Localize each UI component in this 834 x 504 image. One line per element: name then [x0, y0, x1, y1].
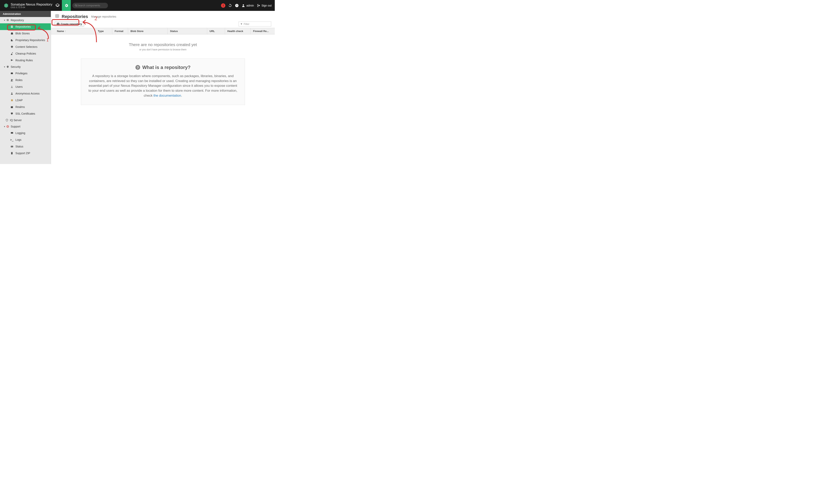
sidebar-header: Administration	[0, 11, 51, 17]
broom-icon	[10, 52, 14, 55]
nav-item-repositories[interactable]: Repositories	[0, 23, 51, 30]
shield-outline-icon	[5, 119, 9, 122]
heartbeat-icon	[10, 145, 14, 148]
nav-section-security[interactable]: ▼ Security	[0, 64, 51, 70]
nav-item-iq-server[interactable]: IQ Server	[0, 117, 51, 123]
nav-item-ssl-certificates[interactable]: SSL Certificates	[0, 110, 51, 117]
layers-icon	[10, 45, 14, 48]
create-repository-button[interactable]: + Create repository	[54, 21, 84, 27]
database-icon	[54, 14, 60, 19]
page-subtitle: Manage repositories	[91, 15, 116, 18]
svg-text:?: ?	[236, 4, 238, 7]
filter-icon	[240, 23, 243, 25]
help-button[interactable]: ?	[235, 4, 239, 7]
refresh-button[interactable]	[228, 4, 232, 7]
col-header-status[interactable]: Status	[168, 28, 207, 34]
sign-out-label: Sign out	[262, 4, 271, 7]
col-header-blob-store[interactable]: Blob Store	[128, 28, 168, 34]
sign-out-button[interactable]: Sign out	[257, 4, 271, 7]
top-bar: Sonatype Nexus Repository OSS 3.72.0-04 …	[0, 0, 275, 11]
terminal-icon: >_	[10, 138, 14, 141]
route-icon	[10, 59, 14, 62]
sidebar: Administration ▼ Repository Repositories	[0, 11, 51, 164]
svg-point-13	[7, 126, 8, 127]
svg-point-9	[12, 86, 13, 87]
nav-item-privileges[interactable]: Privileges	[0, 70, 51, 77]
filter-input[interactable]	[244, 23, 269, 25]
chevron-down-icon: ▼	[4, 19, 6, 21]
user-icon	[242, 4, 245, 7]
main-panel: Repositories Manage repositories + Creat…	[51, 11, 275, 164]
filter-box[interactable]	[239, 22, 271, 26]
server-icon	[10, 25, 14, 28]
col-header-health-check[interactable]: Health check	[225, 28, 251, 34]
nav-item-proprietary-repositories[interactable]: Proprietary Repositories	[0, 37, 51, 43]
search-box[interactable]	[72, 3, 108, 8]
shield-icon	[6, 65, 9, 68]
id-card-icon	[10, 72, 14, 75]
life-ring-icon	[6, 125, 9, 128]
top-right-tools: ! ? admin Sign out	[221, 3, 273, 8]
product-name: Sonatype Nexus Repository	[11, 3, 52, 6]
nav-item-logging[interactable]: Logging	[0, 130, 51, 136]
col-header-firewall[interactable]: Firewall Re...	[251, 28, 275, 34]
nav-item-content-selectors[interactable]: Content Selectors	[0, 43, 51, 50]
username-label: admin	[246, 4, 254, 7]
nexus-logo-icon	[4, 3, 9, 8]
logo-block: Sonatype Nexus Repository OSS 3.72.0-04	[4, 3, 53, 8]
col-header-format[interactable]: Format	[112, 28, 128, 34]
database-icon	[6, 19, 9, 22]
question-circle-icon: ?	[135, 65, 140, 70]
page-title: Repositories	[62, 14, 88, 19]
chevron-down-icon: ▼	[4, 66, 6, 68]
col-header-name[interactable]: Name ↑	[51, 28, 95, 34]
nav-item-ldap[interactable]: LDAP	[0, 97, 51, 104]
hdd-icon	[10, 32, 14, 35]
building-icon	[10, 39, 14, 42]
svg-point-7	[11, 79, 12, 80]
sort-asc-icon: ↑	[65, 30, 66, 32]
chevron-down-icon: ▼	[4, 126, 6, 128]
svg-rect-5	[11, 27, 13, 28]
svg-rect-6	[11, 72, 13, 74]
col-header-type[interactable]: Type	[95, 28, 112, 34]
nav-item-users[interactable]: Users	[0, 83, 51, 90]
svg-point-8	[12, 79, 13, 80]
nav-item-routing-rules[interactable]: Routing Rules	[0, 57, 51, 64]
svg-rect-14	[11, 132, 13, 134]
nav-mode-icons	[53, 0, 71, 11]
sign-out-icon	[257, 4, 260, 7]
nav-item-status[interactable]: Status	[0, 143, 51, 150]
browse-mode-button[interactable]	[53, 0, 62, 11]
nav-section-support[interactable]: ▼ Support	[0, 123, 51, 130]
svg-text:?: ?	[137, 66, 139, 70]
info-card-body: A repository is a storage location where…	[88, 74, 238, 98]
nav-item-realms[interactable]: Realms	[0, 104, 51, 110]
page-header: Repositories Manage repositories	[51, 11, 275, 21]
info-card: ? What is a repository? A repository is …	[81, 59, 245, 105]
col-header-url[interactable]: URL	[207, 28, 225, 34]
svg-point-10	[12, 92, 13, 93]
documentation-link[interactable]: the documentation	[153, 94, 181, 97]
alert-indicator-icon[interactable]: !	[221, 3, 225, 8]
nav-item-anonymous-access[interactable]: Anonymous Access	[0, 90, 51, 97]
nav-item-logs[interactable]: >_ Logs	[0, 136, 51, 143]
user-menu[interactable]: admin	[242, 4, 254, 7]
monitor-icon	[10, 132, 14, 135]
nav-item-support-zip[interactable]: Support ZIP	[0, 150, 51, 156]
castle-icon	[10, 106, 14, 108]
svg-rect-11	[11, 113, 13, 114]
nav-item-cleanup-policies[interactable]: Cleanup Policies	[0, 50, 51, 57]
svg-point-2	[243, 4, 244, 5]
nav-tree: ▼ Repository Repositories Blo	[0, 17, 51, 156]
user-icon	[10, 85, 14, 88]
admin-mode-button[interactable]	[62, 0, 71, 11]
nav-item-roles[interactable]: Roles	[0, 77, 51, 83]
cert-icon	[10, 112, 14, 115]
nav-section-repository[interactable]: ▼ Repository	[0, 17, 51, 23]
search-icon	[75, 4, 77, 7]
search-input[interactable]	[77, 4, 106, 7]
person-icon	[10, 92, 14, 95]
empty-subtext: or you don't have permission to browse t…	[51, 48, 275, 51]
nav-item-blob-stores[interactable]: Blob Stores	[0, 30, 51, 37]
